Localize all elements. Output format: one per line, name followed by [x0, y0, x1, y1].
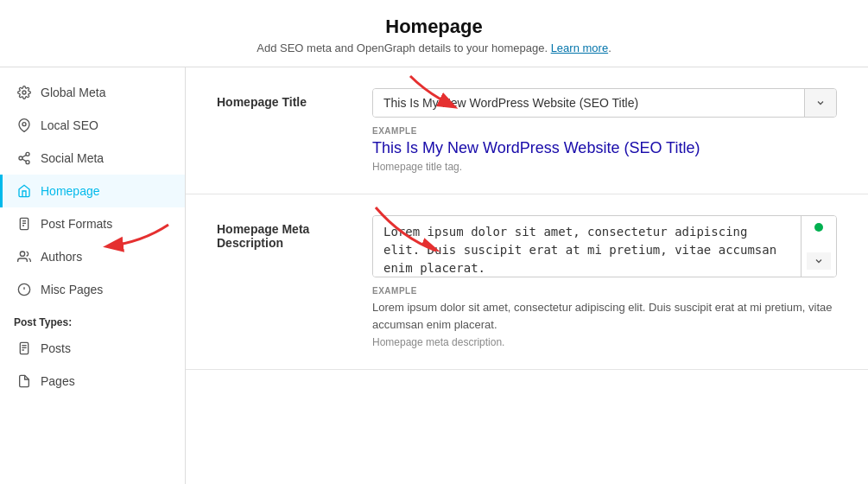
- sidebar-item-label: Pages: [41, 374, 75, 388]
- sidebar-item-posts[interactable]: Posts: [0, 332, 185, 365]
- homepage-meta-textarea[interactable]: Lorem ipsum dolor sit amet, consectetur …: [373, 216, 801, 277]
- people-icon: [16, 249, 32, 264]
- gear-icon: [16, 85, 32, 100]
- svg-point-3: [19, 156, 22, 160]
- sidebar-item-label: Post Formats: [41, 217, 112, 231]
- share-icon: [16, 150, 32, 166]
- homepage-title-label: Homepage Title: [217, 88, 355, 109]
- sidebar-item-label: Posts: [41, 341, 71, 355]
- homepage-meta-hint: Homepage meta description.: [372, 336, 837, 348]
- homepage-meta-example-value: Lorem ipsum dolor sit amet, consectetur …: [372, 299, 837, 333]
- page-title: Homepage: [17, 16, 851, 38]
- homepage-title-example-value: This Is My New WordPress Website (SEO Ti…: [372, 139, 837, 157]
- homepage-title-input-wrapper: [372, 88, 837, 118]
- sidebar-item-label: Global Meta: [41, 86, 105, 99]
- homepage-title-field-content: EXAMPLE This Is My New WordPress Website…: [372, 88, 837, 173]
- page-header: Homepage Add SEO meta and OpenGraph deta…: [0, 0, 868, 67]
- circle-info-icon: [16, 282, 32, 297]
- homepage-meta-field-content: Lorem ipsum dolor sit amet, consectetur …: [372, 215, 837, 348]
- sidebar-item-post-formats[interactable]: Post Formats: [0, 207, 185, 240]
- document-icon: [16, 216, 32, 232]
- sidebar-item-label: Homepage: [41, 184, 100, 198]
- learn-more-link[interactable]: Learn more: [551, 41, 608, 54]
- homepage-meta-dropdown-btn[interactable]: [807, 252, 831, 270]
- homepage-meta-example-label: EXAMPLE: [372, 286, 837, 296]
- homepage-title-input[interactable]: [373, 89, 804, 117]
- svg-line-5: [22, 159, 27, 162]
- homepage-title-row: Homepage Title EXAMPLE This Is My New Wo…: [217, 88, 837, 173]
- svg-point-11: [20, 252, 24, 256]
- homepage-title-section: Homepage Title EXAMPLE This Is My New Wo…: [186, 67, 868, 194]
- sidebar-item-label: Authors: [41, 250, 82, 264]
- svg-line-6: [22, 155, 27, 157]
- pages-icon: [16, 373, 32, 389]
- sidebar-item-authors[interactable]: Authors: [0, 240, 185, 273]
- homepage-meta-row: Homepage Meta Description Lorem ipsum do…: [217, 215, 837, 348]
- svg-point-0: [22, 91, 26, 94]
- homepage-meta-textarea-wrapper: Lorem ipsum dolor sit amet, consectetur …: [372, 215, 837, 277]
- sidebar-item-homepage[interactable]: Homepage: [0, 175, 185, 207]
- page-subtitle: Add SEO meta and OpenGraph details to yo…: [17, 41, 851, 54]
- svg-point-4: [26, 161, 29, 164]
- app-container: Homepage Add SEO meta and OpenGraph deta…: [0, 0, 868, 484]
- sidebar-item-label: Misc Pages: [41, 283, 103, 296]
- sidebar-item-local-seo[interactable]: Local SEO: [0, 109, 185, 142]
- sidebar-item-social-meta[interactable]: Social Meta: [0, 142, 185, 175]
- homepage-title-example-label: EXAMPLE: [372, 126, 837, 136]
- sidebar-item-misc-pages[interactable]: Misc Pages: [0, 273, 185, 306]
- homepage-meta-label: Homepage Meta Description: [217, 215, 355, 250]
- homepage-meta-section: Homepage Meta Description Lorem ipsum do…: [186, 194, 868, 370]
- svg-point-2: [26, 152, 29, 156]
- sidebar-item-label: Social Meta: [41, 151, 104, 165]
- svg-point-1: [22, 123, 26, 126]
- pin-icon: [16, 118, 32, 133]
- textarea-side-controls: [801, 216, 836, 277]
- sidebar-item-pages[interactable]: Pages: [0, 365, 185, 398]
- sidebar-item-label: Local SEO: [41, 118, 98, 132]
- content-area: Homepage Title EXAMPLE This Is My New Wo…: [186, 67, 868, 484]
- homepage-title-hint: Homepage title tag.: [372, 161, 837, 173]
- sidebar-item-global-meta[interactable]: Global Meta: [0, 76, 185, 109]
- post-types-label: Post Types:: [0, 306, 185, 332]
- main-layout: Global Meta Local SEO: [0, 67, 868, 484]
- green-status-dot: [814, 223, 823, 232]
- homepage-title-dropdown-btn[interactable]: [804, 89, 836, 117]
- posts-icon: [16, 341, 32, 356]
- sidebar: Global Meta Local SEO: [0, 67, 186, 484]
- home-icon: [16, 183, 32, 199]
